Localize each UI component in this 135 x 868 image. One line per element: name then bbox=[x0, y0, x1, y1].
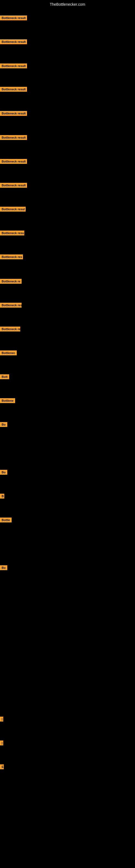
bottleneck-result-badge: Bottleneck result bbox=[0, 159, 27, 164]
bottleneck-result-badge: | bbox=[0, 741, 3, 745]
bottleneck-result-badge: Bottlene bbox=[0, 398, 15, 403]
bottleneck-result-badge: Bottleneck resu bbox=[0, 230, 24, 236]
bottleneck-result-badge: Bottleneck re bbox=[0, 279, 21, 284]
bottleneck-result-badge: Bottleneck result bbox=[0, 39, 27, 44]
bottleneck-result-badge: Bottleneck re bbox=[0, 327, 20, 332]
bottleneck-result-badge: Bott bbox=[0, 374, 9, 379]
bottleneck-result-badge: Bottleneck result bbox=[0, 16, 27, 20]
bottleneck-result-badge: E bbox=[0, 764, 4, 769]
bottleneck-result-badge: Bottle bbox=[0, 518, 12, 522]
site-title: TheBottlenecker.com bbox=[0, 0, 135, 9]
bottleneck-result-badge: | bbox=[0, 717, 3, 721]
bottleneck-result-badge: Bo bbox=[0, 422, 7, 427]
bottleneck-result-badge: Bottleneck result bbox=[0, 111, 27, 116]
bottleneck-result-badge: B bbox=[0, 494, 4, 499]
bottleneck-result-badge: Bo bbox=[0, 470, 7, 475]
bottleneck-result-badge: Bottleneck resul bbox=[0, 207, 26, 212]
bottleneck-result-badge: Bo bbox=[0, 565, 7, 570]
bottleneck-result-badge: Bottleneck res bbox=[0, 254, 23, 259]
bottleneck-result-badge: Bottleneck res bbox=[0, 303, 21, 308]
bottleneck-result-badge: Bottleneck result bbox=[0, 183, 27, 188]
bottleneck-result-badge: Bottleneck result bbox=[0, 87, 27, 92]
bottleneck-result-badge: Bottlenec bbox=[0, 350, 17, 355]
bottleneck-result-badge: Bottleneck result bbox=[0, 63, 27, 68]
bottleneck-result-badge: Bottleneck result bbox=[0, 135, 27, 140]
